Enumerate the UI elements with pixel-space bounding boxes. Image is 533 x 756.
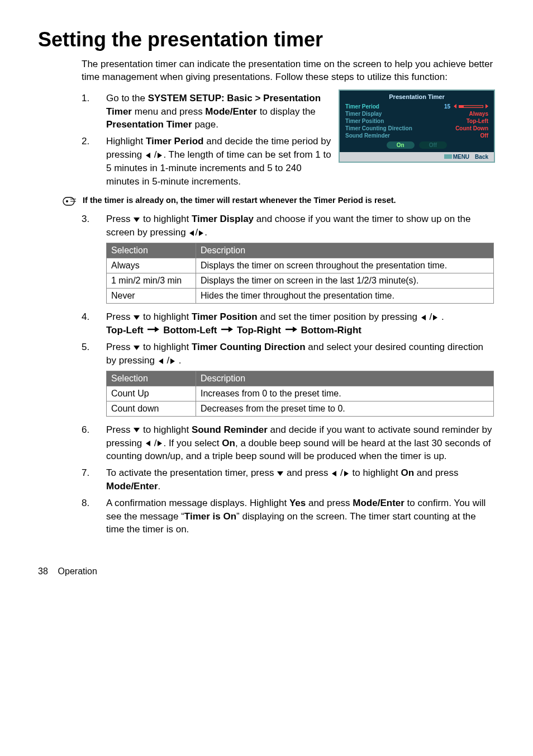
s7-post: . [158, 481, 161, 492]
triangle-right-icon [486, 104, 488, 108]
osd-val-direction: Count Down [455, 125, 488, 131]
osd-title: Presentation Timer [340, 91, 494, 103]
t1-h2: Description [196, 243, 494, 258]
t2r0c1: Count Up [107, 386, 196, 401]
table-row: Count downDecreases from the preset time… [107, 401, 494, 416]
svg-marker-16 [134, 346, 140, 350]
arrow-left-icon [158, 358, 164, 365]
step-num-7: 7. [82, 466, 106, 493]
triangle-left-icon [454, 104, 456, 108]
s1-b2: Mode/Enter [205, 106, 257, 117]
svg-marker-6 [199, 230, 203, 236]
arrow-right-icon [198, 230, 204, 237]
t2r1c1: Count down [107, 401, 196, 416]
s6-b1: Sound Reminder [192, 424, 268, 435]
arrow-right-bold-icon [147, 324, 159, 337]
arrow-right-icon [156, 152, 163, 159]
seq-c: Top-Right [237, 325, 281, 336]
osd-back-btn: Back [475, 154, 488, 160]
svg-point-3 [66, 200, 68, 202]
s6-b2: On [222, 438, 235, 448]
osd-slider [454, 103, 488, 110]
osd-val-display: Always [469, 111, 488, 117]
svg-marker-19 [134, 428, 140, 432]
osd-label-position: Timer Position [345, 118, 467, 124]
arrow-right-icon [343, 470, 350, 477]
t1r1c2: Displays the timer on screen in the last… [196, 273, 494, 289]
svg-marker-21 [158, 441, 162, 446]
page-footer: 38 Operation [0, 566, 533, 577]
s7-m1: and press [284, 467, 331, 478]
step-num-6: 6. [82, 423, 106, 463]
osd-panel: Presentation Timer Timer Period 15 Timer… [339, 89, 495, 163]
s5-post: . [179, 355, 182, 366]
s4-b1: Timer Position [192, 311, 258, 322]
svg-marker-17 [159, 358, 163, 364]
s7-b2: Mode/Enter [106, 481, 158, 492]
t1r0c2: Displays the timer on screen throughout … [196, 258, 494, 273]
osd-menu-btn: MENU [444, 154, 469, 160]
position-sequence: Top-Left Bottom-Left Top-Right Bottom-Ri… [106, 324, 495, 337]
s2-b1: Timer Period [146, 136, 204, 147]
s6-m3: . If you select [163, 438, 222, 448]
section-name: Operation [58, 566, 97, 576]
osd-label-display: Timer Display [345, 111, 469, 117]
arrow-right-bold-icon [221, 324, 233, 337]
step-num-1: 1. [82, 92, 106, 131]
s5-pre: Press [106, 342, 133, 352]
svg-marker-4 [134, 218, 140, 222]
page-number: 38 [38, 566, 48, 576]
s7-b1: On [401, 467, 414, 478]
s1-post: page. [192, 119, 218, 130]
page-title: Setting the presentation timer [38, 28, 495, 51]
svg-marker-1 [158, 153, 162, 158]
s8-m1: and press [306, 498, 353, 508]
svg-marker-24 [344, 471, 349, 476]
step-6-body: Press to highlight Sound Reminder and de… [106, 423, 495, 463]
s7-m2: to highlight [350, 467, 401, 478]
svg-marker-13 [229, 327, 233, 332]
step-7-body: To activate the presentation timer, pres… [106, 466, 495, 493]
svg-marker-23 [332, 471, 336, 476]
arrow-right-icon [432, 314, 439, 321]
svg-marker-7 [134, 315, 140, 320]
s1-m2: to display the [257, 106, 316, 117]
step-num-5: 5. [82, 341, 106, 367]
t1r2c1: Never [107, 289, 196, 304]
osd-val-reminder: Off [480, 133, 488, 139]
s4-m2: and set the timer position by pressing [258, 311, 420, 322]
t2-h1: Selection [107, 371, 196, 386]
svg-marker-22 [277, 471, 283, 476]
step-4-body: Press to highlight Timer Position and se… [106, 310, 495, 337]
hand-note-icon [63, 196, 78, 207]
osd-menu-label: MENU [453, 154, 469, 160]
s1-m1: menu and press [132, 106, 205, 117]
osd-bar [459, 105, 483, 108]
arrow-left-icon [420, 314, 427, 321]
t1r1c1: 1 min/2 min/3 min [107, 273, 196, 289]
arrow-down-icon [133, 314, 140, 321]
osd-label-direction: Timer Counting Direction [345, 125, 455, 131]
table-row: Count UpIncreases from 0 to the preset t… [107, 386, 494, 401]
arrow-down-icon [133, 344, 140, 351]
step-2-body: Highlight Timer Period and decide the ti… [106, 135, 332, 188]
s2-pre: Highlight [106, 136, 146, 147]
svg-marker-20 [146, 441, 150, 446]
s8-pre: A confirmation message displays. Highlig… [106, 498, 289, 508]
step-3-body: Press to highlight Timer Display and cho… [106, 212, 495, 239]
step-num-2: 2. [82, 135, 106, 188]
arrow-right-icon [156, 440, 163, 447]
step-num-3: 3. [82, 212, 106, 239]
arrow-left-icon [188, 230, 195, 237]
s7-m3: and press [414, 467, 458, 478]
s8-b1: Yes [289, 498, 306, 508]
s6-m1: to highlight [140, 424, 192, 435]
osd-val-period: 15 [444, 103, 450, 110]
arrow-right-icon [169, 358, 176, 365]
svg-marker-18 [170, 358, 175, 364]
t1r2c2: Hides the timer throughout the presentat… [196, 289, 494, 304]
s7-pre: To activate the presentation timer, pres… [106, 467, 277, 478]
menu-icon [444, 154, 452, 159]
s8-b2: Mode/Enter [353, 498, 404, 508]
arrow-down-icon [133, 216, 140, 223]
